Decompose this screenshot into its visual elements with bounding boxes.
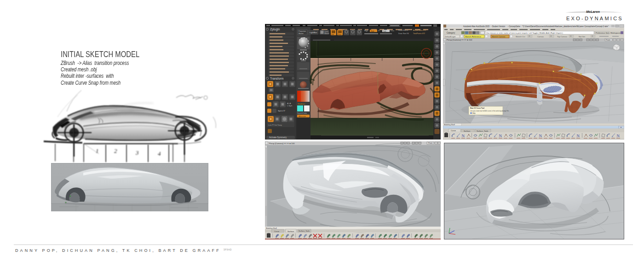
svg-text:Sketch Canvas: Sketch Canvas xyxy=(492,35,506,38)
svg-text:M: M xyxy=(378,29,380,32)
svg-text:Help: Help xyxy=(472,112,476,114)
svg-text:Use mouse or enter name of ite: Use mouse or enter name of item to pick … xyxy=(486,32,563,34)
svg-text:Modeling Shelf: Modeling Shelf xyxy=(266,227,277,229)
svg-text:L.Sym: L.Sym xyxy=(287,105,293,107)
svg-text:Soft: Soft xyxy=(383,30,386,32)
svg-text:Surface_Tools: Surface_Tools xyxy=(299,230,310,232)
svg-text:Surface: Surface xyxy=(464,130,471,132)
svg-text:High: High xyxy=(371,30,374,32)
svg-text:Persp [Camera] «« »» ● 100: Persp [Camera] «« »» ● 100 xyxy=(269,142,295,145)
svg-text:/3: /3 xyxy=(550,35,552,37)
svg-text:Curve: Curve xyxy=(451,129,456,132)
svg-text:Focal Shift 0: Focal Shift 0 xyxy=(398,29,408,31)
svg-text:DefaultLayer: DefaultLayer xyxy=(445,35,456,38)
svg-text:LightBox: LightBox xyxy=(310,31,317,34)
svg-text:Master: Master xyxy=(299,33,304,35)
svg-text:Transform: Transform xyxy=(270,77,283,80)
svg-text:McLaren: McLaren xyxy=(586,10,600,14)
svg-text:Alternate: Alternate xyxy=(299,115,306,117)
svg-text:N: N xyxy=(617,134,620,138)
svg-text:Lclo PT Del Temp: Lclo PT Del Temp xyxy=(268,124,282,126)
svg-text:Sketch Crv: Sketch Crv xyxy=(516,35,525,38)
svg-text:/3: /3 xyxy=(570,35,571,37)
svg-text:Draw Size 94: Draw Size 94 xyxy=(398,33,409,35)
svg-text:Spere 8°: Spere 8° xyxy=(278,110,286,112)
svg-text:Preference Sets: Preference Sets xyxy=(596,32,610,34)
svg-text:4: 4 xyxy=(158,150,161,157)
svg-text:3: 3 xyxy=(135,149,139,156)
svg-text:ActivePoints 672: ActivePoints 672 xyxy=(413,29,426,31)
svg-text:Gradient: Gradient xyxy=(298,103,305,105)
svg-text:Persp [Camera] «« »» ● 100: Persp [Camera] «« »» ● 100 xyxy=(447,39,472,41)
svg-text:Prom: Prom xyxy=(428,142,432,144)
svg-text:Modeling Shelf: Modeling Shelf xyxy=(444,124,455,126)
svg-text:EXO-DYNAMICS: EXO-DYNAMICS xyxy=(566,16,623,21)
svg-text:Not Set: Not Set xyxy=(579,35,586,38)
svg-text:Zplugin: Zplugin xyxy=(270,28,280,31)
svg-text:Surface_Tools: Surface_Tools xyxy=(477,130,488,132)
svg-text:Canvas: Canvas xyxy=(537,35,544,38)
svg-text:N: N xyxy=(577,134,580,138)
svg-text:Sketch: Sketch xyxy=(324,33,329,35)
svg-text:N: N xyxy=(539,134,542,138)
svg-text:Edit: Edit xyxy=(332,34,334,35)
svg-text:Autodesk Alias AutoStudio 2015: Autodesk Alias AutoStudio 2015 - Student… xyxy=(463,25,609,28)
svg-text:TotalPoints 672: TotalPoints 672 xyxy=(413,33,425,35)
svg-text:SwitchColor: SwitchColor xyxy=(297,112,307,114)
svg-text:2: 2 xyxy=(114,147,117,154)
svg-text:...: ... xyxy=(435,28,436,30)
svg-text:▼: ▼ xyxy=(620,126,622,128)
svg-text:Surface: Surface xyxy=(288,230,294,233)
svg-text:High: High xyxy=(364,29,368,32)
svg-text:New CV Curve Tool: New CV Curve Tool xyxy=(470,107,484,109)
svg-text:Lets you create two 5x5000 cur: Lets you create two 5x5000 curves in the… xyxy=(470,110,509,112)
svg-text:Curve: Curve xyxy=(274,230,280,233)
svg-text:/3: /3 xyxy=(529,35,530,37)
svg-text:Activate Symmetry: Activate Symmetry xyxy=(269,136,287,139)
svg-text:N: N xyxy=(499,134,502,138)
svg-text:/3: /3 xyxy=(592,35,593,37)
svg-text:Draw: Draw xyxy=(338,34,342,35)
svg-text:Category: Category xyxy=(447,32,455,34)
svg-text:Projection: Projection xyxy=(299,30,306,32)
svg-text:Top Canvas: Top Canvas xyxy=(557,35,567,38)
svg-text:Zsub: Zsub xyxy=(391,30,394,32)
svg-text:Workspaces: Workspaces xyxy=(610,32,621,34)
svg-text:Sketch Reference: Sketch Reference xyxy=(465,35,481,38)
svg-text:N: N xyxy=(462,134,465,138)
svg-text:Prom: Prom xyxy=(606,39,610,41)
